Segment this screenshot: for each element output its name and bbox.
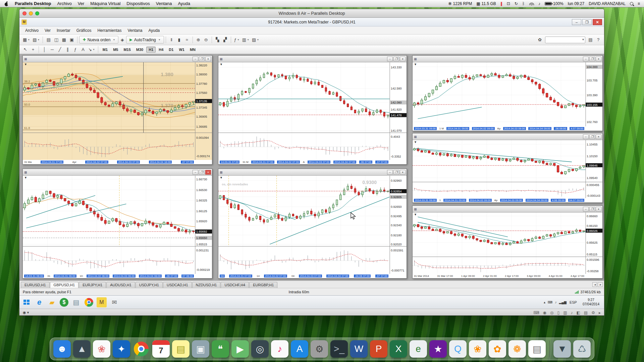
chart-minimize-button[interactable]: – — [583, 134, 589, 139]
parallels-window[interactable]: Windows 8 Air – Parallels Desktop M 9172… — [19, 9, 604, 316]
dock-office-tool-1-icon[interactable]: ❀ — [469, 340, 486, 358]
chart-canvas[interactable]: 1.104551.101501.098461.095400.000455-0.0… — [413, 140, 602, 202]
timeframe-M1[interactable]: M1 — [100, 47, 110, 53]
search-combo[interactable] — [545, 37, 585, 43]
chart-titlebar[interactable]: ▦ – ❐ × — [23, 56, 212, 62]
chart-canvas[interactable]: 104.000103.705103.390103.155102.760 ▼ 20… — [413, 62, 602, 131]
menubar-status-item-10[interactable]: DAVID ARANZABAL — [589, 1, 626, 6]
chart-tab-eurusd[interactable]: EURUSD,H1 — [21, 282, 50, 288]
menubar-status-item-5[interactable]: ᛒ — [522, 1, 525, 6]
chart-minimize-button[interactable]: – — [387, 57, 393, 61]
ps-shield-icon[interactable]: ◧ — [577, 310, 580, 315]
dock-itunes-icon[interactable]: ♪ — [271, 340, 288, 358]
tray-language[interactable]: ESP — [570, 300, 577, 304]
chart-close-button[interactable]: × — [400, 170, 406, 175]
close-traffic-light[interactable] — [22, 11, 26, 15]
ps-arrow-icon[interactable]: ▸ — [599, 310, 601, 315]
channel-icon[interactable]: ∥ — [64, 46, 71, 53]
menubar-status-item-9[interactable]: lun 09:27 — [568, 1, 584, 6]
parallels-titlebar[interactable]: Windows 8 Air – Parallels Desktop — [19, 9, 604, 18]
tray-volume-icon[interactable]: ♪ — [555, 300, 556, 304]
timeframe-H1[interactable]: H1 — [146, 47, 156, 53]
chart-titlebar[interactable]: ▦ – ❐ × — [413, 56, 602, 62]
timeframe-D1[interactable]: D1 — [166, 47, 176, 53]
market-watch-icon[interactable]: ▤ — [45, 36, 52, 44]
dock-trash-icon[interactable]: ♺ — [573, 340, 591, 358]
dock-terminal-icon[interactable]: >_ — [330, 340, 348, 358]
vm-state-icon[interactable]: ◉ ▾ — [23, 310, 29, 315]
chrome-icon[interactable] — [84, 297, 94, 307]
mt-menu-archivo[interactable]: Archivo — [22, 27, 42, 34]
menubar-item-2[interactable]: Máquina Virtual — [90, 1, 120, 6]
ps-cd-icon[interactable]: ◎ — [550, 310, 553, 315]
candlestick-icon[interactable]: ▮ — [175, 36, 183, 44]
chart-titlebar[interactable]: ▦ – ❐ × — [413, 206, 602, 213]
menubar-item-3[interactable]: Dispositivos — [126, 1, 150, 6]
dock-chrome-icon[interactable] — [132, 340, 150, 358]
menubar-item-0[interactable]: Archivo — [57, 1, 71, 6]
chart-minimize-button[interactable]: – — [583, 57, 589, 61]
chart-tab-usdcad[interactable]: USDCAD,H1 — [163, 282, 192, 288]
internet-explorer-icon[interactable]: e — [34, 297, 44, 307]
chart-titlebar[interactable]: ▦ – ❐ × — [218, 56, 407, 62]
chart-tab-audusd[interactable]: AUDUSD,H1 — [106, 282, 135, 288]
mt-menu-ver[interactable]: Ver — [42, 27, 54, 34]
mail-icon[interactable]: ✉ — [109, 297, 119, 307]
minimize-traffic-light[interactable] — [29, 11, 33, 15]
dock-quicktime-icon[interactable]: Q — [449, 340, 467, 358]
menubar-status-item-3[interactable]: ⊡ — [507, 1, 510, 6]
dock-preview-icon[interactable]: ▣ — [192, 340, 209, 358]
dock-powerpoint-icon[interactable]: P — [370, 340, 387, 358]
timeframe-MN[interactable]: MN — [187, 47, 198, 53]
new-chart-icon[interactable]: ▦▼ — [21, 36, 31, 44]
menubar-item-1[interactable]: Ver — [78, 1, 85, 6]
timeframe-M30[interactable]: M30 — [134, 47, 146, 53]
chart-tab-nzdusd[interactable]: NZDUSD,H1 — [192, 282, 221, 288]
ps-network-icon[interactable]: ▥ — [563, 310, 567, 315]
bar-chart-icon[interactable]: ‖ — [168, 36, 175, 44]
timeframe-M15[interactable]: M15 — [121, 47, 133, 53]
menubar-app-name[interactable]: Parallels Desktop — [15, 1, 51, 6]
dock-messages-icon[interactable]: ❝ — [212, 340, 229, 358]
restore-button[interactable]: ❐ — [582, 19, 592, 25]
menubar-status-item-4[interactable]: ↻ — [515, 1, 518, 6]
chart-window-eurusd[interactable]: ▦ – ❐ × 38.250.061.81.3801.3701.382201.3… — [22, 55, 212, 165]
chart-window-usdjpy[interactable]: ▦ – ❐ × 104.000103.705103.390103.155102.… — [412, 55, 603, 131]
chart-close-button[interactable]: × — [205, 57, 211, 61]
chart-window-audusd[interactable]: ▦ – ❐ × 0.9300os, sin novedades0.929600.… — [218, 169, 407, 279]
tray-network-icon[interactable]: ▂▄▆ — [559, 300, 566, 304]
money-app-icon[interactable]: $ — [60, 298, 68, 307]
dock-textedit-icon[interactable]: ▤ — [528, 340, 546, 358]
mt-menu-herramientas[interactable]: Herramientas — [94, 27, 124, 34]
dock-evernote-icon[interactable]: e — [410, 340, 427, 358]
chart-restore-button[interactable]: ❐ — [199, 57, 205, 61]
chart-titlebar[interactable]: ▦ – ❐ × — [413, 133, 602, 140]
settings-icon[interactable]: ✿ — [536, 36, 544, 44]
horizontal-line-icon[interactable]: ─ — [48, 46, 56, 53]
cascade-windows-icon[interactable]: ▞ — [221, 36, 229, 44]
tray-expand-icon[interactable]: ▴ — [544, 300, 545, 304]
dock-excel-icon[interactable]: X — [390, 340, 407, 358]
chart-window-nzdusd[interactable]: ▦ – ❐ × 0.866600.861500.860260.856250.85… — [412, 205, 603, 279]
dock-downloads-icon[interactable]: ▼ — [553, 340, 571, 358]
chart-canvas[interactable]: 0.9300os, sin novedades0.929600.928540.9… — [218, 176, 407, 278]
tile-windows-icon[interactable]: ▚ — [214, 36, 221, 44]
chart-minimize-button[interactable]: – — [583, 207, 589, 212]
mt-menu-insertar[interactable]: Insertar — [54, 27, 73, 34]
text-icon[interactable]: A — [79, 46, 87, 53]
notepad-icon[interactable]: ▤ — [71, 297, 81, 307]
chart-window-gbpusd[interactable]: ▦ – ❐ × 1.667301.665301.663251.661251.65… — [22, 169, 212, 279]
chart-restore-button[interactable]: ❐ — [589, 134, 595, 139]
chart-minimize-button[interactable]: – — [387, 170, 393, 175]
apple-menu-icon[interactable] — [4, 1, 9, 6]
start-button[interactable] — [21, 297, 32, 307]
cursor-icon[interactable]: ↖ — [21, 46, 29, 53]
navigator-icon[interactable]: ▩ — [60, 36, 68, 44]
periods-icon[interactable]: ▥▼ — [241, 36, 251, 44]
file-explorer-icon[interactable]: ▰ — [47, 297, 57, 307]
menubar-status-item-8[interactable]: 100% — [545, 1, 564, 6]
ps-mouse-icon[interactable]: ◉ — [543, 310, 546, 315]
chart-minimize-button[interactable]: – — [193, 170, 198, 175]
close-button[interactable]: ✕ — [593, 19, 602, 25]
timeframe-M5[interactable]: M5 — [111, 47, 120, 53]
